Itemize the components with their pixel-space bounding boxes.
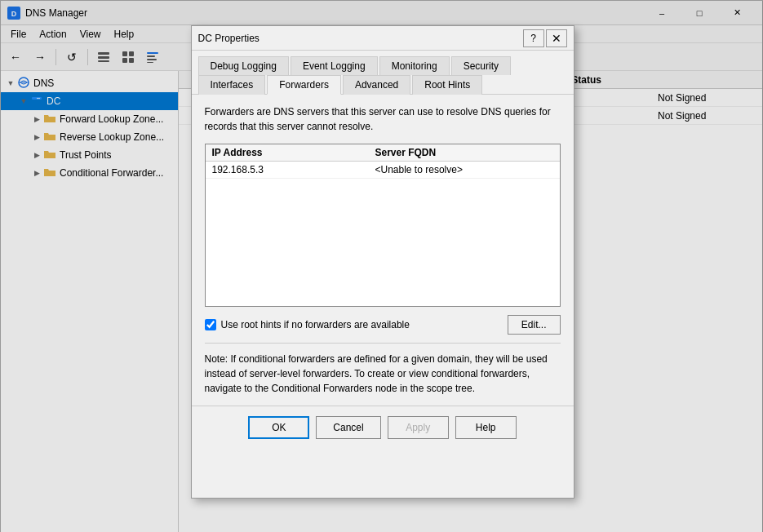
row-ip-1: 192.168.5.3 — [212, 164, 375, 175]
dialog-footer: OK Cancel Apply Help — [192, 406, 574, 449]
tab-interfaces[interactable]: Interfaces — [198, 75, 266, 95]
forwarders-table: IP Address Server FQDN 192.168.5.3 <Unab… — [205, 144, 561, 307]
tab-monitoring[interactable]: Monitoring — [379, 56, 450, 75]
apply-button[interactable]: Apply — [388, 416, 449, 439]
dialog-help-button[interactable]: ? — [523, 29, 544, 47]
dialog-controls: ? ✕ — [523, 29, 567, 47]
col-fqdn-header: Server FQDN — [375, 147, 553, 158]
dialog-title: DC Properties — [198, 33, 523, 44]
dialog-content: Forwarders are DNS servers that this ser… — [192, 95, 574, 406]
cancel-button[interactable]: Cancel — [316, 416, 380, 439]
tabs-row-2: Interfaces Forwarders Advanced Root Hint… — [192, 74, 574, 95]
dialog-title-bar: DC Properties ? ✕ — [192, 26, 574, 51]
tab-root-hints[interactable]: Root Hints — [412, 75, 482, 95]
dialog-description: Forwarders are DNS servers that this ser… — [205, 104, 561, 134]
checkbox-row: Use root hints if no forwarders are avai… — [205, 315, 561, 335]
root-hints-checkbox[interactable] — [205, 319, 216, 330]
main-window: D DNS Manager – □ ✕ File Action View Hel… — [0, 0, 763, 532]
row-fqdn-1: <Unable to resolve> — [375, 164, 553, 175]
ok-button[interactable]: OK — [248, 416, 309, 439]
tab-security[interactable]: Security — [451, 56, 511, 75]
note-text: Note: If conditional forwarders are defi… — [205, 343, 561, 396]
tab-debug-logging[interactable]: Debug Logging — [198, 56, 289, 75]
col-ip-header: IP Address — [212, 147, 375, 158]
tab-event-logging[interactable]: Event Logging — [291, 56, 378, 75]
table-header: IP Address Server FQDN — [206, 144, 560, 162]
dialog-close-button[interactable]: ✕ — [546, 29, 567, 47]
tab-advanced[interactable]: Advanced — [343, 75, 410, 95]
help-button[interactable]: Help — [455, 416, 517, 439]
tabs-row-1: Debug Logging Event Logging Monitoring S… — [192, 51, 574, 74]
dc-properties-dialog: DC Properties ? ✕ Debug Logging Event Lo… — [191, 25, 574, 499]
tab-forwarders[interactable]: Forwarders — [267, 75, 341, 95]
edit-button[interactable]: Edit... — [508, 315, 561, 335]
table-row-1[interactable]: 192.168.5.3 <Unable to resolve> — [206, 162, 560, 179]
modal-overlay: DC Properties ? ✕ Debug Logging Event Lo… — [1, 1, 763, 532]
checkbox-label: Use root hints if no forwarders are avai… — [221, 319, 410, 330]
